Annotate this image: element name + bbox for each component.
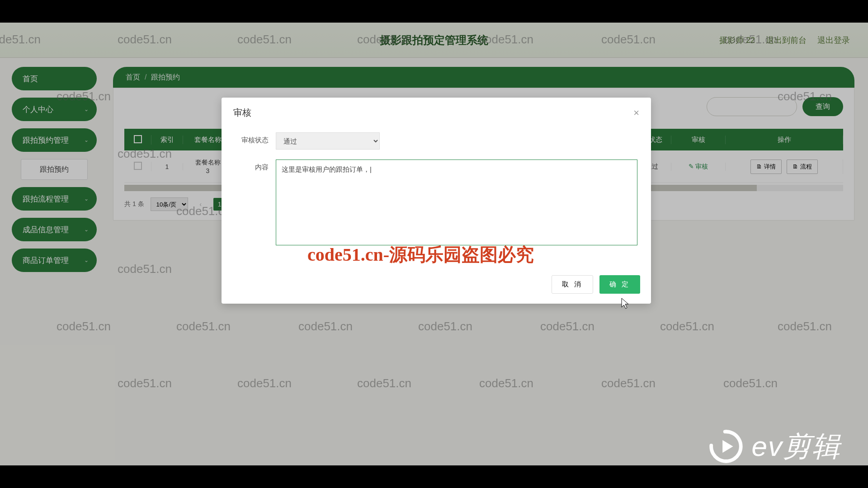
audit-modal: 审核 × 审核状态 通过 内容 这里是审核用户的跟拍订单，| 取 消 确 定 [222, 98, 651, 304]
content-textarea[interactable]: 这里是审核用户的跟拍订单，| [276, 160, 637, 245]
content-row: 内容 这里是审核用户的跟拍订单，| [235, 160, 637, 245]
ok-button[interactable]: 确 定 [599, 275, 640, 294]
status-select[interactable]: 通过 [276, 132, 380, 150]
modal-title: 审核 [233, 107, 251, 119]
modal-footer: 取 消 确 定 [222, 269, 651, 304]
close-icon[interactable]: × [633, 107, 639, 119]
status-label: 审核状态 [235, 132, 276, 145]
status-row: 审核状态 通过 [235, 132, 637, 150]
content-label: 内容 [235, 160, 276, 172]
cancel-button[interactable]: 取 消 [552, 275, 593, 294]
modal-header: 审核 × [222, 98, 651, 128]
modal-body: 审核状态 通过 内容 这里是审核用户的跟拍订单，| [222, 128, 651, 269]
